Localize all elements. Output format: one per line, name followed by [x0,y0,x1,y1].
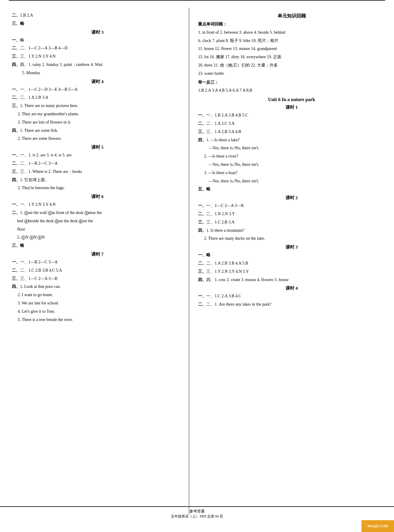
section3-label: 三、略 [12,21,24,26]
ks6-s2-1a: 1. ①on the wall ②in front of the desk ③n… [20,210,102,215]
ks4-s2-label: 二、 [12,95,20,100]
ks7-s4-5: 5. There is a tree beside the river. [12,316,183,323]
ks5-s3: 三、三、1. Where is 2. There are；books [12,168,183,175]
ks3-s4: 四、四、1. rainy 2. Sunday 3. paint；rainbow … [12,61,183,68]
right-ks1-s3-label: 三、 [198,129,206,134]
ks5-s4-title: 四、1. 它在球上面。 [12,176,183,184]
ketshi6-title: 课时 6 [12,194,183,200]
right-ks1-s2-val: 二、1.A 2.C 3.A [206,121,234,126]
ks3-s1-label: 一、 [12,38,20,42]
ks4-s4-label: 四、 [12,128,20,133]
right-ks2-s1-label: 一、 [198,203,206,208]
ks7-s2-label: 二、 [12,268,20,273]
juyifansan-bold: 举一反三： [198,80,219,85]
right-ks2-s4-1: 1. Is there a mountain? [206,228,244,233]
right-ks1-s4-q2: 2. —Is there a river? [198,153,385,160]
juyifansan-1: 1.B 2.A 3.A 4.B 5.A 6.A 7.A 8.B [198,87,385,94]
right-ks3-title: 课时 3 [198,244,385,250]
right-ks1-s4-bold: 四、 [198,138,206,142]
right-ks2-s4-title: 四、1. Is there a mountain? [198,227,385,234]
ks3-s4-label: 四、 [12,62,20,67]
right-ks1-s5: 五、略 [198,186,385,193]
ks4-s4-title: 四、1. There are some fish. [12,127,183,134]
right-ks3-s2: 二、二、1.A 2.B 3.B 4.A 5.B [198,260,385,267]
right-ks4-s2-val: 二、1. Are there any lakes in the park? [206,302,271,306]
ks3-s3-label: 三、 [12,54,20,59]
right-ks2-s3-label: 三、 [198,220,206,224]
right-ks1-s2-label: 二、 [198,121,206,126]
ketshi7-title: 课时 7 [12,252,183,257]
ks6-s2-2: 2. ①N ②N ③N [12,234,183,241]
ks5-s2-val: 二、1—B 2—C 3—A [20,161,58,166]
ks3-s2-label: 二、 [12,46,20,50]
right-ks4-s2: 二、二、1. Are there any lakes in the park? [198,301,385,308]
ks5-s4-2: 2. They're between the bags. [12,184,183,192]
ks5-s2: 二、二、1—B 2—C 3—A [12,160,183,167]
ketshi4-title: 课时 4 [12,79,183,85]
ks6-s2-title: 二、1. ①on the wall ②in front of the desk … [12,209,183,216]
right-ks3-s3-val: 三、1.Y 2.N 3.Y 4.N 5.Y [206,269,249,274]
zhongdian-bold: 重点单词回顾： [198,22,227,26]
danyuan-title: 单元知识回顾 [198,13,385,19]
right-ks1-s4-a2: —Yes, there is./No, there isn't. [198,161,385,168]
ks6-s1-label: 一、 [12,202,20,207]
right-ks1-s5-label: 五、略 [198,187,210,191]
ks4-s3-3: 3. There are lots of flowers in it. [12,119,183,126]
ks5-s1-label: 一、 [12,153,20,157]
right-ks4-title: 课时 4 [198,286,385,291]
ks7-s3-val: 三、1—C 2—A 3—B [20,276,57,281]
right-ks2-s3: 三、三、1.C 2.B 3.A [198,219,385,226]
right-ks1-s4-q3: 3. —Is there a boat? [198,169,385,176]
ks7-s1-label: 一、 [12,260,20,264]
zhongdian-4: 15. lot 16. 搬家 17. dirty 18. everywhere … [198,53,385,61]
section2-line: 二、1.B 2.A [12,12,183,19]
ketshi5-title: 课时 5 [12,145,183,150]
right-ks2-s2-label: 二、 [198,212,206,216]
ks6-s3: 三、略 [12,242,183,249]
right-ks1-s4-label: 四、1. —Is there a lake? [198,137,385,144]
ks6-s2-1b: bed ④beside the desk ⑤on the desk ⑥on th… [12,218,183,225]
right-ks1-s1-label: 一、 [198,113,206,117]
right-ks4-s1: 一、一、1.C 2.A 3.B 4.C [198,293,385,300]
ks7-s4-2: 2. I want to go home. [12,291,183,299]
ks3-s2-val: 二、1—C 2—A 3—B 4—D [20,46,68,50]
ks7-s2-val: 二、1.C 2.B 3.B 4.C 5.A [20,268,62,273]
right-ks3-s4: 四、四、1. cow 2. count 3. mouse 4. flowers … [198,276,385,283]
right-ks1-s3-val: 三、1.A 2.B 3.A 4.B [206,129,241,134]
right-ks2-s4-2: 2. There are many ducks on the lake. [198,235,385,242]
page-container: 二、1.B 2.A 三、略 课时 3 一、略 二、二、1—C 2—A 3—B 4… [0,0,394,532]
ks3-s3-val: 三、1.Y 2.N 3.Y 4.N [20,54,56,59]
ks6-s1-val: 一、1.Y 2.N 3.Y 4.N [20,202,56,207]
left-column: 二、1.B 2.A 三、略 课时 3 一、略 二、二、1—C 2—A 3—B 4… [3,8,189,514]
ks3-s4-5: 5. Monday [12,69,183,77]
ks7-s4-4: 4. Let's give it to Tom. [12,308,183,315]
ks5-s4-label: 四、 [12,178,20,182]
footer-sub: 五年级英语（上）·PEP 总第 94 页 [0,514,394,519]
ks4-s3-title: 三、1. There are so many pictures here. [12,102,183,109]
right-ks3-s3: 三、三、1.Y 2.N 3.Y 4.N 5.Y [198,268,385,275]
right-ks1-s4-q1: 1. —Is there a lake? [206,138,239,142]
ks3-s4-val: 四、1. rainy 2. Sunday 3. paint；rainbow 4.… [20,62,103,67]
zhongdian-5: 20. there 21. 他（她,它）们的 22. 大量；许多 [198,62,385,69]
right-ks4-s2-label: 二、 [198,302,206,306]
ks7-s4-label: 四、 [12,284,20,289]
ks4-s1-val: 一、1—C 2—D 3—E 4—B 5—A [20,87,77,92]
top-divider [9,0,385,1]
ks6-s3-label: 三、略 [12,243,24,248]
right-ks1-s1-val: 一、1.B 2.A 3.B 4.B 5.C [206,113,248,117]
footer-main: 参考答案 [0,509,394,514]
right-ks3-s4-val: 四、1. cow 2. count 3. mouse 4. flowers 5.… [206,278,288,282]
right-ks2-s2: 二、二、1.N 2.N 3.Y [198,210,385,218]
ks5-s1: 一、一、1. is 2. are 3. is 4. is 5. are [12,152,183,159]
watermark: MXQE.COM [361,520,394,532]
ks4-s3-2: 2. They are my grandmother's plants. [12,111,183,118]
unit6-title: Unit 6 In a nature park [198,97,385,102]
right-ks4-s1-label: 一、 [198,294,206,298]
ks7-s1-val: 一、1—B 2—C 3—A [20,260,58,264]
right-ks3-s1: 一、略 [198,252,385,259]
ks6-s1: 一、一、1.Y 2.N 3.Y 4.N [12,201,183,208]
right-ks2-s1: 一、一、1—C 2—A 3—B [198,202,385,209]
ks3-s1-val: 略 [20,38,24,42]
ks7-s4-1: 1. Look at that poor can. [20,284,61,289]
ks4-s4-2: 2. There are some flowers. [12,135,183,142]
